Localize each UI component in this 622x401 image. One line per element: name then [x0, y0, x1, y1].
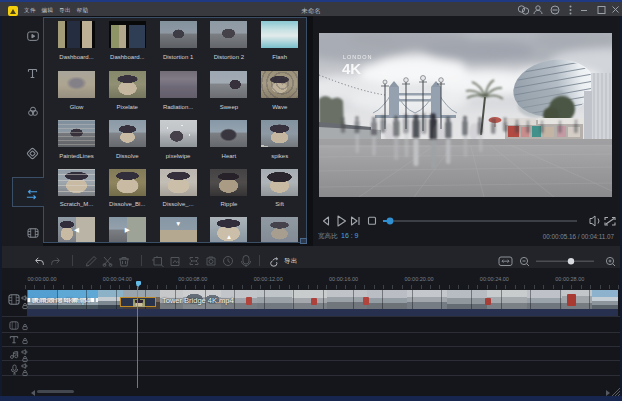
svg-text:4K: 4K: [342, 60, 361, 77]
